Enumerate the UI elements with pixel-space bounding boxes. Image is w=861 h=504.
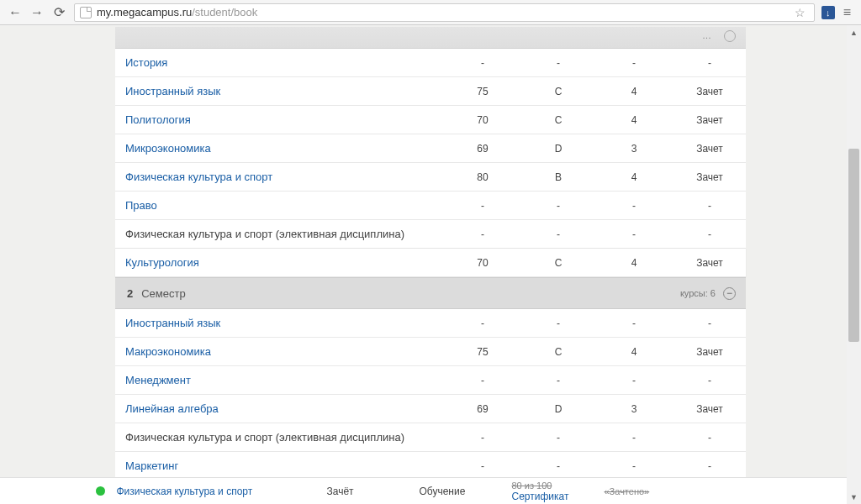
- score-cell: 75: [445, 86, 520, 97]
- credits-cell: 3: [596, 143, 672, 155]
- subject-cell[interactable]: Макроэкономика: [125, 345, 445, 358]
- collapse-toggle-icon[interactable]: −: [723, 287, 736, 300]
- subject-cell: Физическая культура и спорт (элективная …: [125, 431, 445, 444]
- reload-button[interactable]: ⟳: [49, 3, 69, 23]
- credits-cell: 3: [596, 403, 672, 415]
- score-cell: 69: [445, 143, 520, 155]
- grade-cell: -: [520, 432, 596, 444]
- grade-cell: B: [520, 171, 596, 183]
- table-header-strip: …: [115, 27, 746, 49]
- result-cell: -: [672, 200, 747, 212]
- credits-cell: -: [596, 375, 672, 386]
- result-cell: Зачет: [672, 114, 747, 126]
- table-row: История----: [115, 49, 746, 77]
- result-cell: -: [672, 375, 747, 386]
- result-cell: Зачет: [672, 403, 747, 415]
- credits-cell: -: [596, 460, 672, 472]
- credits-cell: -: [596, 228, 672, 240]
- grade-cell: -: [520, 200, 596, 212]
- subject-cell[interactable]: Физическая культура и спорт: [125, 171, 445, 183]
- grade-cell: -: [520, 318, 596, 329]
- subject-cell[interactable]: Маркетинг: [125, 459, 445, 472]
- table-row: Менеджмент----: [115, 366, 746, 395]
- vertical-scrollbar[interactable]: ▲ ▼: [847, 25, 861, 504]
- table-row: Политология70C4Зачет: [115, 106, 746, 134]
- score-cell: -: [445, 432, 520, 444]
- credits-cell: -: [596, 318, 672, 329]
- browser-toolbar: ← → ⟳ my.megacampus.ru/student/book ☆ ↓ …: [0, 0, 861, 25]
- grade-cell: C: [520, 86, 596, 97]
- grade-cell: -: [520, 228, 596, 240]
- subject-cell: Физическая культура и спорт (элективная …: [125, 228, 445, 240]
- table-row: Право----: [115, 192, 746, 220]
- table-row: Физическая культура и спорт (элективная …: [115, 220, 746, 249]
- score-cell: -: [445, 200, 520, 212]
- pager-text: …: [702, 30, 712, 40]
- score-cell: -: [445, 460, 520, 472]
- credits-cell: -: [596, 432, 672, 444]
- grade-cell: -: [520, 57, 596, 69]
- scroll-thumb[interactable]: [848, 149, 859, 342]
- result-cell: Зачет: [672, 257, 747, 269]
- download-button[interactable]: ↓: [821, 6, 835, 19]
- current-course-bar: Физическая культура и спорт Зачёт Обучен…: [0, 477, 847, 504]
- table-row: Иностранный язык----: [115, 309, 746, 338]
- grade-book-table: … История----Иностранный язык75C4ЗачетПо…: [115, 27, 746, 480]
- result-cell: -: [672, 57, 747, 69]
- subject-cell[interactable]: История: [125, 56, 445, 69]
- table-row: Макроэкономика75C4Зачет: [115, 338, 746, 366]
- subject-cell[interactable]: Линейная алгебра: [125, 402, 445, 415]
- table-row: Линейная алгебра69D3Зачет: [115, 395, 746, 423]
- subject-cell[interactable]: Право: [125, 199, 445, 212]
- scroll-track[interactable]: [847, 39, 861, 490]
- subject-cell[interactable]: Политология: [125, 113, 445, 126]
- grade-cell: C: [520, 114, 596, 126]
- result-cell: Зачет: [672, 171, 747, 183]
- scroll-up-arrow-icon[interactable]: ▲: [847, 25, 861, 39]
- subject-cell[interactable]: Иностранный язык: [125, 85, 445, 97]
- credits-cell: 4: [596, 86, 672, 97]
- bookmark-star-icon[interactable]: ☆: [791, 6, 809, 19]
- table-row: Культурология70C4Зачет: [115, 249, 746, 277]
- url-text: my.megacampus.ru/student/book: [97, 6, 257, 18]
- certificate-link[interactable]: Сертификат: [512, 491, 605, 502]
- score-cell: 69: [445, 403, 520, 415]
- current-result: «Зачтено»: [605, 486, 697, 496]
- grade-cell: D: [520, 143, 596, 155]
- table-row: Физическая культура и спорт (элективная …: [115, 423, 746, 452]
- back-button[interactable]: ←: [5, 3, 25, 23]
- credits-cell: 4: [596, 114, 672, 126]
- subject-cell[interactable]: Иностранный язык: [125, 317, 445, 329]
- score-cell: 70: [445, 114, 520, 126]
- status-dot-icon: [96, 486, 105, 496]
- score-cell: 70: [445, 257, 520, 269]
- score-cell: 75: [445, 346, 520, 358]
- score-cell: -: [445, 375, 520, 386]
- menu-button[interactable]: ≡: [838, 5, 856, 20]
- credits-cell: 4: [596, 171, 672, 183]
- current-subject-link[interactable]: Физическая культура и спорт: [117, 486, 327, 497]
- score-cell: 80: [445, 171, 520, 183]
- scroll-down-arrow-icon[interactable]: ▼: [847, 490, 861, 504]
- forward-button[interactable]: →: [27, 3, 47, 23]
- grade-cell: D: [520, 403, 596, 415]
- page-icon: [80, 7, 92, 18]
- semester-2-header[interactable]: 2 Семестр курсы: 6 −: [115, 277, 746, 309]
- result-cell: -: [672, 432, 747, 444]
- credits-cell: 4: [596, 346, 672, 358]
- result-cell: -: [672, 318, 747, 329]
- score-cell: -: [445, 318, 520, 329]
- courses-count: курсы: 6: [680, 288, 716, 298]
- pager-toggle-icon[interactable]: [724, 30, 736, 42]
- credits-cell: 4: [596, 257, 672, 269]
- subject-cell[interactable]: Микроэкономика: [125, 142, 445, 155]
- grade-cell: C: [520, 346, 596, 358]
- current-score-cell: 80 из 100 Сертификат: [512, 480, 605, 502]
- subject-cell[interactable]: Менеджмент: [125, 374, 445, 386]
- address-bar[interactable]: my.megacampus.ru/student/book ☆: [74, 3, 815, 22]
- grade-cell: -: [520, 375, 596, 386]
- result-cell: Зачет: [672, 86, 747, 97]
- table-row: Маркетинг----: [115, 452, 746, 480]
- table-row: Физическая культура и спорт80B4Зачет: [115, 163, 746, 192]
- subject-cell[interactable]: Культурология: [125, 256, 445, 269]
